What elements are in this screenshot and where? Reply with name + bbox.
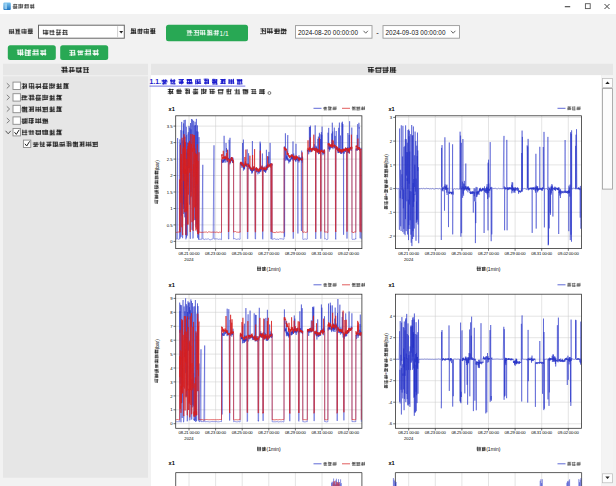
- svg-text:08-27 00:00: 08-27 00:00: [258, 251, 280, 256]
- svg-text:=: =: [384, 193, 389, 196]
- svg-text:08-23 00:00: 08-23 00:00: [205, 430, 227, 435]
- svg-text:08-25 00:00: 08-25 00:00: [451, 251, 473, 256]
- svg-text:2024: 2024: [184, 436, 194, 441]
- svg-text:x1: x1: [388, 106, 394, 112]
- svg-text:08-29 00:00: 08-29 00:00: [285, 430, 307, 435]
- svg-text:1.5: 1.5: [167, 190, 173, 195]
- svg-text:-6: -6: [388, 421, 392, 426]
- svg-text:2.5: 2.5: [167, 157, 173, 162]
- svg-text:(bar): (bar): [155, 160, 160, 170]
- svg-text:-4: -4: [388, 400, 392, 405]
- svg-text:09-02 00:00: 09-02 00:00: [338, 251, 360, 256]
- svg-text:08-31 00:00: 08-31 00:00: [531, 430, 553, 435]
- svg-text:1.1.: 1.1.: [150, 78, 161, 85]
- svg-text:(bar): (bar): [155, 339, 160, 349]
- svg-text:08-25 00:00: 08-25 00:00: [232, 430, 254, 435]
- svg-text:x1: x1: [169, 106, 175, 112]
- svg-text:(1min): (1min): [267, 446, 282, 452]
- svg-text:08-31 00:00: 08-31 00:00: [312, 251, 334, 256]
- svg-text:1/1: 1/1: [220, 30, 230, 37]
- svg-text:2024-08-20 00:00:00: 2024-08-20 00:00:00: [298, 29, 358, 36]
- svg-text:08-27 00:00: 08-27 00:00: [478, 430, 500, 435]
- svg-text:-2: -2: [388, 234, 392, 239]
- svg-text:(bar): (bar): [384, 333, 389, 343]
- svg-text:2024: 2024: [184, 257, 194, 262]
- svg-text:08-29 00:00: 08-29 00:00: [505, 251, 527, 256]
- svg-text:09-02 00:00: 09-02 00:00: [558, 430, 580, 435]
- svg-text:x1: x1: [388, 282, 394, 288]
- svg-text:=: =: [384, 372, 389, 375]
- svg-text:0.5: 0.5: [167, 223, 173, 228]
- svg-text:x1: x1: [169, 282, 175, 288]
- svg-text:09-02 00:00: 09-02 00:00: [338, 430, 360, 435]
- svg-text:08-23 00:00: 08-23 00:00: [205, 251, 227, 256]
- svg-text:08-21 00:00: 08-21 00:00: [398, 251, 420, 256]
- svg-text:-2: -2: [388, 378, 392, 383]
- svg-text:(bar): (bar): [384, 154, 389, 164]
- svg-text:x1: x1: [169, 460, 175, 466]
- svg-text:08-29 00:00: 08-29 00:00: [505, 430, 527, 435]
- svg-text:08-29 00:00: 08-29 00:00: [285, 251, 307, 256]
- svg-text:08-25 00:00: 08-25 00:00: [451, 430, 473, 435]
- svg-text:(1min): (1min): [486, 446, 501, 452]
- svg-text:08-25 00:00: 08-25 00:00: [232, 251, 254, 256]
- svg-text:2024-09-03 00:00:00: 2024-09-03 00:00:00: [386, 29, 446, 36]
- svg-text:08-31 00:00: 08-31 00:00: [312, 430, 334, 435]
- svg-text:08-21 00:00: 08-21 00:00: [179, 430, 201, 435]
- svg-text:08-27 00:00: 08-27 00:00: [478, 251, 500, 256]
- svg-text:08-21 00:00: 08-21 00:00: [398, 430, 420, 435]
- svg-text:09-02 00:00: 09-02 00:00: [558, 251, 580, 256]
- svg-text:08-23 00:00: 08-23 00:00: [425, 251, 447, 256]
- svg-text:3.5: 3.5: [167, 124, 173, 129]
- svg-text:-1: -1: [388, 210, 392, 215]
- svg-text:08-21 00:00: 08-21 00:00: [179, 251, 201, 256]
- svg-text:2024: 2024: [404, 257, 414, 262]
- svg-text:08-27 00:00: 08-27 00:00: [258, 430, 280, 435]
- svg-text:2024: 2024: [404, 436, 414, 441]
- svg-text:(1min): (1min): [267, 266, 282, 272]
- svg-text:(1min): (1min): [486, 266, 501, 272]
- svg-text:08-23 00:00: 08-23 00:00: [425, 430, 447, 435]
- svg-text:08-31 00:00: 08-31 00:00: [531, 251, 553, 256]
- svg-text:x1: x1: [388, 460, 394, 466]
